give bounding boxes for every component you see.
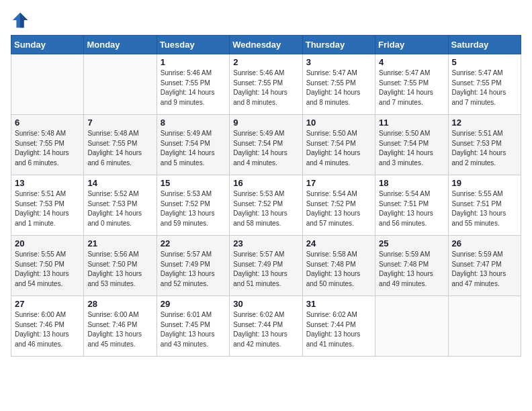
day-number: 27 [15,299,80,309]
day-number: 3 [306,57,371,67]
day-number: 12 [452,118,517,128]
calendar-cell: 18Sunrise: 5:54 AM Sunset: 7:51 PM Dayli… [375,175,448,236]
day-number: 28 [87,299,152,309]
page-header [11,11,521,30]
calendar-cell: 28Sunrise: 6:00 AM Sunset: 7:46 PM Dayli… [84,296,157,357]
day-info: Sunrise: 6:02 AM Sunset: 7:44 PM Dayligh… [306,310,371,349]
day-info: Sunrise: 6:00 AM Sunset: 7:46 PM Dayligh… [87,310,152,349]
calendar-cell: 19Sunrise: 5:55 AM Sunset: 7:51 PM Dayli… [448,175,521,236]
day-number: 21 [87,238,152,248]
week-row-2: 6Sunrise: 5:48 AM Sunset: 7:55 PM Daylig… [11,115,521,175]
calendar-cell: 23Sunrise: 5:57 AM Sunset: 7:49 PM Dayli… [230,236,302,296]
day-info: Sunrise: 6:00 AM Sunset: 7:46 PM Dayligh… [15,310,80,349]
logo [11,11,32,30]
calendar-cell: 15Sunrise: 5:53 AM Sunset: 7:52 PM Dayli… [157,175,229,236]
calendar-cell: 25Sunrise: 5:59 AM Sunset: 7:48 PM Dayli… [375,236,448,296]
calendar-cell: 31Sunrise: 6:02 AM Sunset: 7:44 PM Dayli… [302,296,375,357]
day-number: 7 [87,118,152,128]
calendar-cell [448,296,521,357]
week-row-5: 27Sunrise: 6:00 AM Sunset: 7:46 PM Dayli… [11,296,521,357]
day-info: Sunrise: 5:50 AM Sunset: 7:54 PM Dayligh… [306,129,371,168]
calendar-cell: 12Sunrise: 5:51 AM Sunset: 7:53 PM Dayli… [448,115,521,175]
day-number: 13 [15,178,80,188]
day-info: Sunrise: 5:57 AM Sunset: 7:49 PM Dayligh… [233,250,298,289]
day-info: Sunrise: 5:52 AM Sunset: 7:53 PM Dayligh… [87,189,152,228]
day-number: 2 [233,57,298,67]
day-number: 26 [452,238,517,248]
calendar-cell: 7Sunrise: 5:48 AM Sunset: 7:55 PM Daylig… [84,115,157,175]
calendar-cell: 1Sunrise: 5:46 AM Sunset: 7:55 PM Daylig… [157,54,229,115]
day-number: 14 [87,178,152,188]
calendar-cell: 24Sunrise: 5:58 AM Sunset: 7:48 PM Dayli… [302,236,375,296]
day-info: Sunrise: 5:58 AM Sunset: 7:48 PM Dayligh… [306,250,371,289]
week-row-4: 20Sunrise: 5:55 AM Sunset: 7:50 PM Dayli… [11,236,521,296]
calendar-cell: 8Sunrise: 5:49 AM Sunset: 7:54 PM Daylig… [157,115,229,175]
calendar-cell: 20Sunrise: 5:55 AM Sunset: 7:50 PM Dayli… [11,236,84,296]
day-info: Sunrise: 5:50 AM Sunset: 7:54 PM Dayligh… [379,129,444,168]
calendar-cell: 26Sunrise: 5:59 AM Sunset: 7:47 PM Dayli… [448,236,521,296]
calendar-cell: 4Sunrise: 5:47 AM Sunset: 7:55 PM Daylig… [375,54,448,115]
day-info: Sunrise: 5:49 AM Sunset: 7:54 PM Dayligh… [161,129,226,168]
day-info: Sunrise: 5:55 AM Sunset: 7:51 PM Dayligh… [452,189,517,228]
day-number: 23 [233,238,298,248]
day-info: Sunrise: 5:54 AM Sunset: 7:52 PM Dayligh… [306,189,371,228]
calendar-cell: 9Sunrise: 5:49 AM Sunset: 7:54 PM Daylig… [230,115,302,175]
day-number: 16 [233,178,298,188]
day-info: Sunrise: 5:57 AM Sunset: 7:49 PM Dayligh… [161,250,226,289]
day-info: Sunrise: 6:02 AM Sunset: 7:44 PM Dayligh… [233,310,298,349]
day-info: Sunrise: 5:49 AM Sunset: 7:54 PM Dayligh… [233,129,298,168]
calendar-cell [375,296,448,357]
day-info: Sunrise: 5:48 AM Sunset: 7:55 PM Dayligh… [87,129,152,168]
day-number: 6 [15,118,80,128]
day-info: Sunrise: 6:01 AM Sunset: 7:45 PM Dayligh… [161,310,226,349]
calendar-cell: 5Sunrise: 5:47 AM Sunset: 7:55 PM Daylig… [448,54,521,115]
day-info: Sunrise: 5:59 AM Sunset: 7:47 PM Dayligh… [452,250,517,289]
header-friday: Friday [375,36,448,54]
day-number: 17 [306,178,371,188]
day-info: Sunrise: 5:51 AM Sunset: 7:53 PM Dayligh… [452,129,517,168]
day-number: 30 [233,299,298,309]
day-info: Sunrise: 5:47 AM Sunset: 7:55 PM Dayligh… [452,68,517,107]
day-number: 10 [306,118,371,128]
header-wednesday: Wednesday [230,36,302,54]
day-number: 4 [379,57,444,67]
header-monday: Monday [84,36,157,54]
calendar-cell [84,54,157,115]
calendar-cell: 17Sunrise: 5:54 AM Sunset: 7:52 PM Dayli… [302,175,375,236]
day-info: Sunrise: 5:51 AM Sunset: 7:53 PM Dayligh… [15,189,80,228]
day-info: Sunrise: 5:54 AM Sunset: 7:51 PM Dayligh… [379,189,444,228]
calendar: SundayMondayTuesdayWednesdayThursdayFrid… [11,35,521,357]
calendar-cell: 11Sunrise: 5:50 AM Sunset: 7:54 PM Dayli… [375,115,448,175]
svg-marker-1 [20,13,28,28]
day-info: Sunrise: 5:53 AM Sunset: 7:52 PM Dayligh… [161,189,226,228]
day-info: Sunrise: 5:47 AM Sunset: 7:55 PM Dayligh… [306,68,371,107]
calendar-cell: 30Sunrise: 6:02 AM Sunset: 7:44 PM Dayli… [230,296,302,357]
calendar-cell: 29Sunrise: 6:01 AM Sunset: 7:45 PM Dayli… [157,296,229,357]
calendar-cell: 27Sunrise: 6:00 AM Sunset: 7:46 PM Dayli… [11,296,84,357]
calendar-cell: 14Sunrise: 5:52 AM Sunset: 7:53 PM Dayli… [84,175,157,236]
day-number: 22 [161,238,226,248]
day-number: 8 [161,118,226,128]
day-number: 18 [379,178,444,188]
day-number: 19 [452,178,517,188]
day-number: 1 [161,57,226,67]
header-sunday: Sunday [11,36,84,54]
day-number: 15 [161,178,226,188]
week-row-1: 1Sunrise: 5:46 AM Sunset: 7:55 PM Daylig… [11,54,521,115]
calendar-cell [11,54,84,115]
calendar-cell: 2Sunrise: 5:46 AM Sunset: 7:55 PM Daylig… [230,54,302,115]
calendar-cell: 3Sunrise: 5:47 AM Sunset: 7:55 PM Daylig… [302,54,375,115]
day-number: 9 [233,118,298,128]
day-number: 25 [379,238,444,248]
day-info: Sunrise: 5:56 AM Sunset: 7:50 PM Dayligh… [87,250,152,289]
day-info: Sunrise: 5:55 AM Sunset: 7:50 PM Dayligh… [15,250,80,289]
day-number: 20 [15,238,80,248]
calendar-cell: 10Sunrise: 5:50 AM Sunset: 7:54 PM Dayli… [302,115,375,175]
calendar-cell: 6Sunrise: 5:48 AM Sunset: 7:55 PM Daylig… [11,115,84,175]
day-info: Sunrise: 5:59 AM Sunset: 7:48 PM Dayligh… [379,250,444,289]
day-info: Sunrise: 5:46 AM Sunset: 7:55 PM Dayligh… [233,68,298,107]
logo-icon [11,11,30,30]
calendar-header-row: SundayMondayTuesdayWednesdayThursdayFrid… [11,36,521,54]
calendar-cell: 22Sunrise: 5:57 AM Sunset: 7:49 PM Dayli… [157,236,229,296]
header-thursday: Thursday [302,36,375,54]
